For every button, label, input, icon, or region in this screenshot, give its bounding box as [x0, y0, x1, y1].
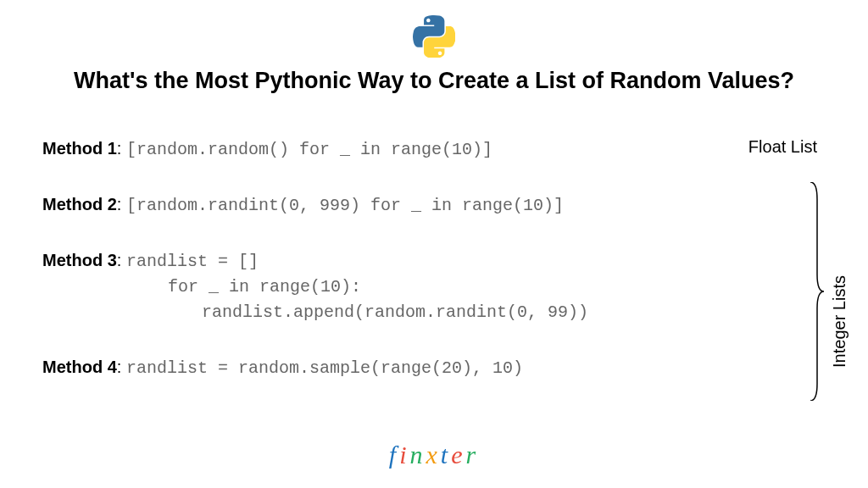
code-snippet: [random.random() for _ in range(10)] — [126, 140, 492, 159]
method-label: Method 4 — [42, 358, 117, 376]
page-title: What's the Most Pythonic Way to Create a… — [74, 68, 794, 94]
colon: : — [117, 195, 126, 214]
code-snippet: randlist = random.sample(range(20), 10) — [126, 358, 523, 378]
logo-letter: t — [441, 441, 451, 469]
code-line-2: for _ in range(10): — [42, 274, 826, 300]
curly-brace-icon — [809, 182, 826, 401]
method-label: Method 3 — [42, 251, 117, 269]
logo-letter: x — [426, 441, 441, 469]
logo-letter: n — [410, 441, 426, 469]
method-3: Method 3: randlist = [] for _ in range(1… — [42, 247, 826, 325]
method-4: Method 4: randlist = random.sample(range… — [42, 354, 826, 381]
code-line-1: randlist = [] — [126, 252, 259, 271]
logo-letter: i — [399, 441, 409, 469]
methods-list: Method 1: [random.random() for _ in rang… — [42, 136, 826, 410]
method-label: Method 1 — [42, 139, 117, 158]
finxter-logo: finxter — [389, 441, 479, 469]
integer-lists-annotation: Integer Lists — [830, 275, 849, 368]
logo-letter: f — [389, 441, 399, 469]
colon: : — [117, 139, 126, 158]
logo-letter: r — [466, 441, 480, 469]
logo-letter: e — [451, 441, 465, 469]
colon: : — [117, 251, 126, 269]
method-1: Method 1: [random.random() for _ in rang… — [42, 136, 826, 163]
code-line-3: randlist.append(random.randint(0, 99)) — [42, 300, 826, 325]
code-snippet: [random.randint(0, 999) for _ in range(1… — [126, 196, 564, 215]
method-label: Method 2 — [42, 195, 117, 214]
method-2: Method 2: [random.randint(0, 999) for _ … — [42, 191, 826, 219]
float-list-annotation: Float List — [748, 137, 817, 157]
python-logo-icon — [413, 15, 455, 58]
colon: : — [117, 358, 126, 376]
